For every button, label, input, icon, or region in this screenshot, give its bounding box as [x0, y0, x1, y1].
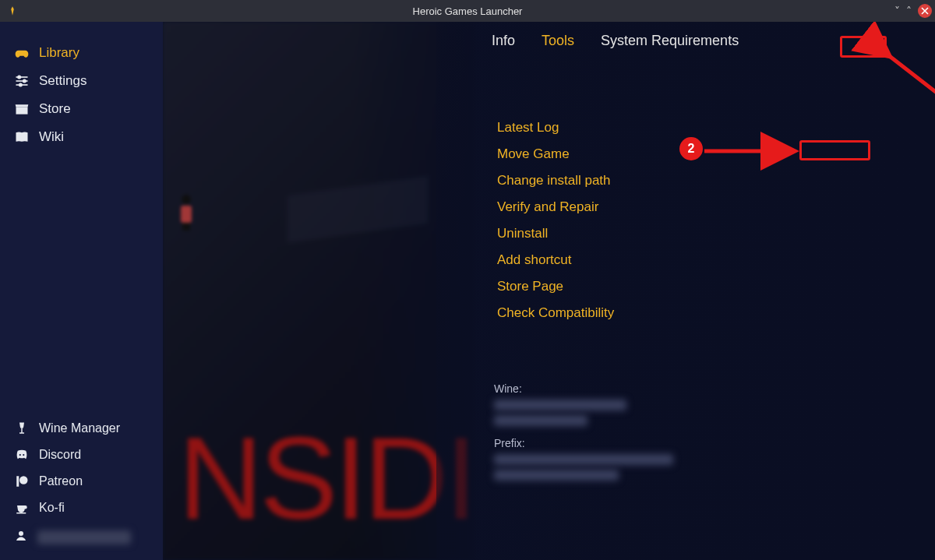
svg-line-13 [887, 55, 935, 114]
game-cover-art: NSIDI [163, 22, 475, 560]
sidebar-label: Library [39, 45, 79, 61]
window-title: Heroic Games Launcher [413, 5, 523, 17]
prefix-value-redacted [494, 454, 673, 465]
app-icon [6, 5, 19, 17]
annotation-highlight-move-game [799, 140, 870, 160]
sidebar-item-settings[interactable]: Settings [14, 67, 149, 95]
store-icon [14, 101, 30, 117]
svg-rect-10 [16, 476, 19, 487]
tool-uninstall[interactable]: Uninstall [494, 220, 904, 247]
svg-point-0 [23, 52, 25, 54]
main-content: NSIDI Info Tools System Requirements Lat… [163, 22, 935, 560]
sidebar: Library Settings Store Wiki [0, 22, 163, 560]
prefix-value-redacted [494, 470, 619, 481]
sidebar-item-discord[interactable]: Discord [14, 442, 149, 468]
titlebar: Heroic Games Launcher ˅ ˄ [0, 0, 935, 22]
sidebar-item-wiki[interactable]: Wiki [14, 123, 149, 151]
sidebar-label: Store [39, 101, 71, 117]
svg-point-7 [19, 83, 22, 86]
svg-point-12 [19, 531, 23, 536]
tab-tools[interactable]: Tools [538, 30, 577, 52]
username-redacted [37, 530, 131, 544]
sidebar-label: Discord [39, 448, 81, 462]
sidebar-label: Patreon [39, 474, 83, 488]
annotation-arrow-1 [872, 45, 935, 134]
maximize-icon[interactable]: ˄ [906, 5, 912, 17]
svg-point-9 [23, 454, 24, 456]
sidebar-item-store[interactable]: Store [14, 95, 149, 123]
svg-point-8 [19, 454, 21, 456]
patreon-icon [14, 474, 30, 489]
close-button[interactable] [918, 4, 932, 18]
tool-latest-log[interactable]: Latest Log [494, 114, 904, 141]
tool-change-install-path[interactable]: Change install path [494, 167, 904, 194]
coffee-icon [14, 500, 30, 516]
sidebar-item-kofi[interactable]: Ko-fi [14, 495, 149, 521]
tool-store-page[interactable]: Store Page [494, 273, 904, 300]
tool-verify-repair[interactable]: Verify and Repair [494, 194, 904, 220]
svg-point-11 [19, 476, 28, 484]
sliders-icon [14, 73, 30, 89]
svg-point-5 [18, 76, 20, 78]
sidebar-item-wine-manager[interactable]: Wine Manager [14, 415, 149, 442]
gamepad-icon [14, 45, 30, 61]
annotation-arrow-2 [704, 143, 806, 162]
tool-check-compatibility[interactable]: Check Compatibility [494, 300, 904, 326]
wine-value-redacted [494, 415, 587, 426]
game-logo-text: NSIDI [178, 420, 475, 537]
sidebar-label: Ko-fi [39, 501, 65, 515]
minimize-icon[interactable]: ˅ [894, 5, 900, 17]
wine-value-redacted [494, 400, 626, 410]
sidebar-label: Wiki [39, 129, 64, 145]
sidebar-label: Wine Manager [39, 421, 120, 435]
sidebar-label: Settings [39, 73, 86, 89]
sidebar-item-library[interactable]: Library [14, 39, 149, 67]
tab-info[interactable]: Info [489, 30, 518, 52]
svg-point-6 [23, 79, 26, 82]
wine-label: Wine: [494, 382, 904, 395]
tool-add-shortcut[interactable]: Add shortcut [494, 247, 904, 273]
svg-point-1 [25, 54, 26, 55]
discord-icon [14, 447, 30, 463]
tab-system-requirements[interactable]: System Requirements [598, 30, 742, 52]
book-icon [14, 129, 30, 145]
prefix-label: Prefix: [494, 437, 904, 449]
sidebar-item-patreon[interactable]: Patreon [14, 468, 149, 495]
user-row[interactable] [14, 521, 149, 546]
wine-icon [14, 421, 30, 436]
user-icon [14, 529, 28, 546]
annotation-badge-2: 2 [679, 137, 703, 160]
